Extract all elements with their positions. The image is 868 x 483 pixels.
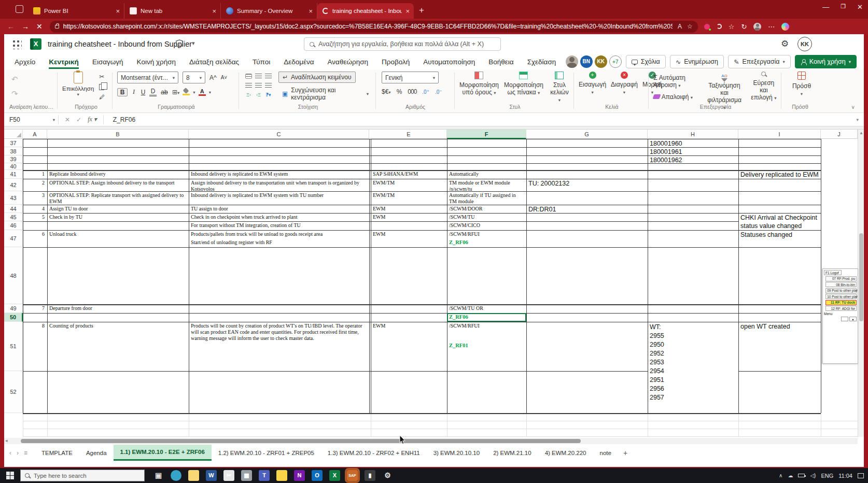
sheet-next-icon[interactable]: › <box>17 449 19 457</box>
cut-icon[interactable]: ✂ <box>99 73 105 80</box>
sheet-prev-icon[interactable]: ‹ <box>9 449 11 457</box>
taskbar-file-explorer-icon[interactable] <box>188 470 199 481</box>
cell-B49[interactable]: Departure from door <box>48 305 188 312</box>
cell-E41[interactable]: SAP S4HANA/EWM <box>371 171 446 178</box>
forward-icon[interactable]: → <box>22 22 29 31</box>
cell-C45[interactable]: Check in on checkpoint when truck arrive… <box>189 214 369 221</box>
cell-F49[interactable]: /SCWM/TU OR <box>447 305 526 312</box>
autosum-button[interactable]: Σ Αυτόματη Άθροιση ▾ <box>653 74 699 89</box>
presence-avatar[interactable]: +7 <box>609 55 622 68</box>
paste-button[interactable]: Επικόλληση ▾ <box>62 72 94 100</box>
sheet-list-icon[interactable]: ≡ <box>24 449 27 457</box>
column-header-E[interactable]: E <box>371 130 447 139</box>
cell-C51[interactable]: Products will be count by creation of pr… <box>189 322 369 371</box>
cell-C44[interactable]: TU assign to door <box>189 205 369 212</box>
tab-actions-icon[interactable] <box>16 5 23 13</box>
start-button[interactable] <box>6 472 14 479</box>
comments-button[interactable]: Σχόλια <box>626 55 666 68</box>
catch-up-button[interactable]: ∿Ενημέρωση <box>670 55 724 68</box>
cell-A42[interactable]: 2 <box>23 179 47 191</box>
tab-close-icon[interactable]: × <box>309 7 313 15</box>
currency-format-icon[interactable]: $€▾ <box>382 88 391 95</box>
ribbon-tab-Διάταξη σελίδας[interactable]: Διάταξη σελίδας <box>189 58 239 66</box>
taskbar-outlook-icon[interactable]: O <box>312 470 323 481</box>
cell-A47[interactable]: 6 <box>23 231 47 247</box>
cloud-icon[interactable]: ☁ <box>788 473 793 478</box>
document-title[interactable]: training cheatsheet - Inbound from Suppl… <box>48 40 192 48</box>
cell-E51[interactable]: EWM <box>371 322 446 371</box>
cell-G44[interactable]: DR:DR01 <box>527 205 647 212</box>
settings-gear-icon[interactable]: ⚙ <box>781 38 789 49</box>
favorite-star-icon[interactable]: ☆ <box>687 23 693 30</box>
account-avatar[interactable]: KK <box>797 37 812 51</box>
cell-B44[interactable]: Assign TU to door <box>48 205 188 212</box>
ribbon-tab-Κοινή χρήση[interactable]: Κοινή χρήση <box>137 58 176 66</box>
row-header-50[interactable]: 50 <box>4 313 23 322</box>
history-icon[interactable]: ↻ <box>741 23 747 31</box>
fill-color-icon[interactable] <box>183 89 190 95</box>
sheet-tab[interactable]: 3) EWM.20.10.10 <box>427 445 486 461</box>
insert-cells-button[interactable]: + Εισαγωγή▾ <box>579 72 606 104</box>
ribbon-tab-Τύποι[interactable]: Τύποι <box>253 58 270 66</box>
close-icon[interactable]: ✕ <box>857 3 863 11</box>
clear-button[interactable]: Απαλοιφή ▾ <box>653 93 699 101</box>
tray-expand-icon[interactable]: ∧ <box>779 473 782 478</box>
title-chevron-icon[interactable]: ▾ <box>192 40 195 47</box>
ribbon-tab-Αυτοματοποίηση[interactable]: Αυτοματοποίηση <box>423 58 475 66</box>
row-header-43[interactable]: 43 <box>4 191 23 205</box>
double-underline-button[interactable]: D <box>149 88 157 96</box>
address-bar[interactable]: https://kotsovolos.sharepoint.com/:x:/r/… <box>50 21 698 33</box>
cell-A45[interactable]: 5 <box>23 214 47 221</box>
app-launcher-icon[interactable] <box>11 39 22 49</box>
ribbon-tab-Αναθεώρηση[interactable]: Αναθεώρηση <box>328 58 368 66</box>
editing-mode-button[interactable]: ✎Επεξεργασία▾ <box>728 55 791 68</box>
cell-F44[interactable]: /SCWM/DOOR <box>447 205 526 212</box>
clock[interactable]: 11:04 <box>838 473 852 479</box>
new-tab-button[interactable]: + <box>419 5 424 16</box>
cell-styles-button[interactable]: Στυλ κελιών ▾ <box>549 72 570 104</box>
decrease-indent-icon[interactable]: Ξ‹ <box>246 92 251 97</box>
cell-B47[interactable]: Unload truck <box>48 231 188 247</box>
taskbar-sap-logon-icon[interactable]: SAP <box>347 470 358 481</box>
column-header-H[interactable]: H <box>648 130 738 139</box>
cell-I41[interactable]: Delivery replicated to EWM <box>739 171 820 178</box>
cell-F51[interactable]: Z_RF01 <box>447 342 526 371</box>
row-header-38[interactable]: 38 <box>4 147 23 155</box>
column-header-B[interactable]: B <box>47 130 189 139</box>
confirm-entry-icon[interactable]: ✓ <box>76 116 81 123</box>
scroll-left-icon[interactable]: ◂ <box>5 438 8 443</box>
insert-function-icon[interactable]: fx ▾ <box>88 116 97 123</box>
copy-icon[interactable] <box>99 84 104 90</box>
decrease-decimal-icon[interactable]: .0⁻ <box>435 89 442 95</box>
favorites-bar-icon[interactable]: ☆ <box>729 23 735 31</box>
cell-F43[interactable]: Automatically if TU assigned in TM modul… <box>447 192 526 204</box>
protection-shield-icon[interactable]: ? <box>175 39 184 48</box>
column-header-G[interactable]: G <box>526 130 648 139</box>
cell-F45[interactable]: /SCWM/TU <box>447 214 526 221</box>
ribbon-tab-Βοήθεια[interactable]: Βοήθεια <box>488 58 513 66</box>
shrink-font-icon[interactable]: A˅ <box>221 75 228 80</box>
column-header-F[interactable]: F <box>447 130 526 139</box>
cell-I47[interactable]: Statuses changed <box>739 231 820 247</box>
cell-E47[interactable]: EWM <box>371 231 446 247</box>
format-painter-icon[interactable]: 🖉 <box>99 94 105 100</box>
taskbar-edge-icon[interactable] <box>171 470 181 481</box>
row-header-42[interactable]: 42 <box>4 179 23 191</box>
read-aloud-icon[interactable]: A <box>678 23 682 30</box>
undo-icon[interactable]: ↶ <box>11 75 54 84</box>
expand-formula-bar-icon[interactable]: ▾ <box>856 117 859 122</box>
taskbar-snipping-tool-icon[interactable]: ✂ <box>223 470 234 481</box>
ribbon-tab-Προβολή[interactable]: Προβολή <box>382 58 410 66</box>
cell-I45[interactable]: CHKI Arrival at Checkpoint status value … <box>739 214 820 230</box>
percent-format-icon[interactable]: % <box>397 88 402 95</box>
row-header-40[interactable]: 40 <box>4 163 23 170</box>
tab-close-icon[interactable]: × <box>405 7 410 15</box>
cell-C43[interactable]: Inbound delivery is replicated to EWM sy… <box>189 192 369 204</box>
format-as-table-button[interactable]: Μορφοποίηση ως πίνακα ▾ <box>504 72 543 104</box>
number-format-select[interactable]: Γενική▾ <box>382 72 439 83</box>
row-header-41[interactable]: 41 <box>4 170 23 179</box>
text-orientation-icon[interactable]: ⁋▾ <box>265 92 271 97</box>
cell-H37[interactable]: 180001960 <box>648 139 738 147</box>
browser-tab[interactable]: Summary - Overview× <box>221 3 317 19</box>
search-box[interactable]: Αναζήτηση για εργαλεία, βοήθεια και πολλ… <box>304 37 501 51</box>
